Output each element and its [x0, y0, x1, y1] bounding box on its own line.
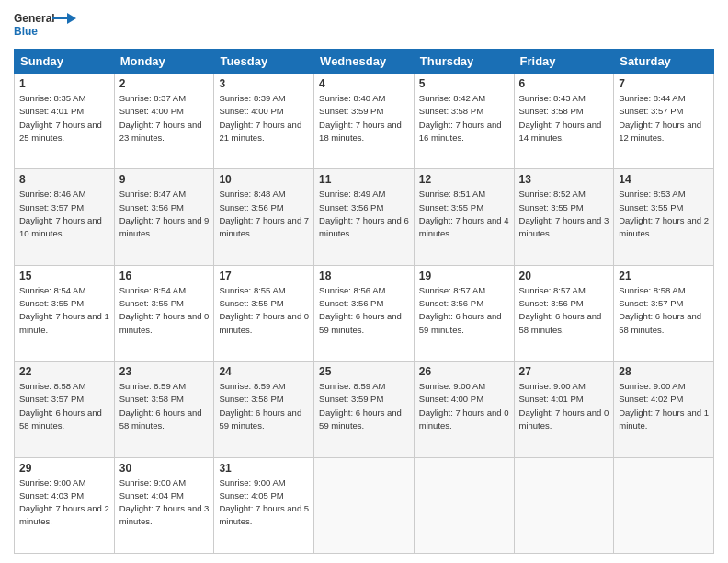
day-info: Sunrise: 8:39 AMSunset: 4:00 PMDaylight:… [219, 92, 309, 144]
day-cell: 24Sunrise: 8:59 AMSunset: 3:58 PMDayligh… [214, 362, 314, 457]
day-number: 28 [619, 365, 709, 378]
page: General Blue SundayMondayTuesdayWednesda… [0, 0, 728, 563]
day-info: Sunrise: 9:00 AMSunset: 4:03 PMDaylight:… [19, 477, 109, 529]
day-info: Sunrise: 8:44 AMSunset: 3:57 PMDaylight:… [619, 92, 709, 144]
day-info: Sunrise: 8:54 AMSunset: 3:55 PMDaylight:… [19, 284, 109, 337]
day-info: Sunrise: 8:40 AMSunset: 3:59 PMDaylight:… [319, 92, 409, 144]
day-cell: 11Sunrise: 8:49 AMSunset: 3:56 PMDayligh… [314, 169, 415, 265]
day-cell: 7Sunrise: 8:44 AMSunset: 3:57 PMDaylight… [614, 74, 714, 169]
day-cell: 9Sunrise: 8:47 AMSunset: 3:56 PMDaylight… [114, 169, 214, 265]
header: General Blue [14, 9, 714, 41]
day-number: 6 [519, 77, 609, 90]
day-cell: 16Sunrise: 8:54 AMSunset: 3:55 PMDayligh… [114, 265, 214, 361]
col-header-thursday: Thursday [414, 50, 514, 74]
col-header-monday: Monday [114, 50, 214, 74]
day-number: 23 [119, 365, 210, 378]
day-cell: 26Sunrise: 9:00 AMSunset: 4:00 PMDayligh… [414, 362, 514, 457]
day-number: 13 [519, 173, 609, 186]
day-cell: 20Sunrise: 8:57 AMSunset: 3:56 PMDayligh… [514, 265, 614, 361]
day-number: 11 [319, 173, 409, 186]
day-info: Sunrise: 8:37 AMSunset: 4:00 PMDaylight:… [119, 92, 210, 144]
day-info: Sunrise: 8:57 AMSunset: 3:56 PMDaylight:… [419, 284, 509, 337]
day-cell: 14Sunrise: 8:53 AMSunset: 3:55 PMDayligh… [614, 169, 714, 265]
day-number: 29 [19, 462, 109, 475]
day-number: 12 [419, 173, 509, 186]
day-cell: 28Sunrise: 9:00 AMSunset: 4:02 PMDayligh… [614, 362, 714, 457]
day-cell: 21Sunrise: 8:58 AMSunset: 3:57 PMDayligh… [614, 265, 714, 361]
day-number: 4 [319, 77, 409, 90]
day-number: 30 [119, 462, 210, 475]
day-info: Sunrise: 8:46 AMSunset: 3:57 PMDaylight:… [19, 188, 109, 240]
day-info: Sunrise: 9:00 AMSunset: 4:02 PMDaylight:… [619, 380, 709, 432]
day-cell [514, 457, 614, 553]
day-number: 16 [119, 270, 210, 282]
day-cell: 12Sunrise: 8:51 AMSunset: 3:55 PMDayligh… [414, 169, 514, 265]
day-number: 15 [19, 270, 109, 282]
day-cell: 15Sunrise: 8:54 AMSunset: 3:55 PMDayligh… [15, 265, 115, 361]
week-row-1: 1Sunrise: 8:35 AMSunset: 4:01 PMDaylight… [15, 74, 714, 169]
day-info: Sunrise: 8:56 AMSunset: 3:56 PMDaylight:… [319, 284, 409, 337]
day-number: 26 [419, 365, 509, 378]
day-cell: 25Sunrise: 8:59 AMSunset: 3:59 PMDayligh… [314, 362, 415, 457]
day-info: Sunrise: 8:53 AMSunset: 3:55 PMDaylight:… [619, 188, 709, 240]
day-number: 9 [119, 173, 210, 186]
header-row: SundayMondayTuesdayWednesdayThursdayFrid… [15, 50, 714, 74]
day-cell: 1Sunrise: 8:35 AMSunset: 4:01 PMDaylight… [15, 74, 115, 169]
day-number: 18 [319, 270, 409, 282]
day-info: Sunrise: 9:00 AMSunset: 4:05 PMDaylight:… [219, 477, 309, 529]
day-cell: 31Sunrise: 9:00 AMSunset: 4:05 PMDayligh… [214, 457, 314, 553]
day-number: 3 [219, 77, 309, 90]
week-row-5: 29Sunrise: 9:00 AMSunset: 4:03 PMDayligh… [15, 457, 714, 553]
day-cell: 29Sunrise: 9:00 AMSunset: 4:03 PMDayligh… [15, 457, 115, 553]
day-info: Sunrise: 8:35 AMSunset: 4:01 PMDaylight:… [19, 92, 109, 144]
day-info: Sunrise: 8:47 AMSunset: 3:56 PMDaylight:… [119, 188, 210, 240]
day-number: 22 [19, 365, 109, 378]
day-cell: 30Sunrise: 9:00 AMSunset: 4:04 PMDayligh… [114, 457, 214, 553]
day-info: Sunrise: 8:54 AMSunset: 3:55 PMDaylight:… [119, 284, 210, 337]
day-cell: 10Sunrise: 8:48 AMSunset: 3:56 PMDayligh… [214, 169, 314, 265]
day-number: 7 [619, 77, 709, 90]
day-info: Sunrise: 8:59 AMSunset: 3:58 PMDaylight:… [119, 380, 210, 432]
day-cell: 27Sunrise: 9:00 AMSunset: 4:01 PMDayligh… [514, 362, 614, 457]
day-cell [614, 457, 714, 553]
svg-text:General: General [14, 12, 55, 25]
day-info: Sunrise: 8:59 AMSunset: 3:59 PMDaylight:… [319, 380, 409, 432]
week-row-4: 22Sunrise: 8:58 AMSunset: 3:57 PMDayligh… [15, 362, 714, 457]
day-info: Sunrise: 9:00 AMSunset: 4:04 PMDaylight:… [119, 477, 210, 529]
day-cell: 13Sunrise: 8:52 AMSunset: 3:55 PMDayligh… [514, 169, 614, 265]
day-number: 19 [419, 270, 509, 282]
col-header-tuesday: Tuesday [214, 50, 314, 74]
day-info: Sunrise: 8:58 AMSunset: 3:57 PMDaylight:… [619, 284, 709, 337]
col-header-wednesday: Wednesday [314, 50, 415, 74]
day-cell: 8Sunrise: 8:46 AMSunset: 3:57 PMDaylight… [15, 169, 115, 265]
day-cell [314, 457, 415, 553]
day-number: 5 [419, 77, 509, 90]
day-cell: 4Sunrise: 8:40 AMSunset: 3:59 PMDaylight… [314, 74, 415, 169]
day-number: 20 [519, 270, 609, 282]
svg-marker-2 [67, 13, 76, 24]
day-number: 17 [219, 270, 309, 282]
day-cell: 2Sunrise: 8:37 AMSunset: 4:00 PMDaylight… [114, 74, 214, 169]
day-number: 31 [219, 462, 309, 475]
logo-svg: General Blue [14, 9, 78, 41]
col-header-saturday: Saturday [614, 50, 714, 74]
day-info: Sunrise: 8:55 AMSunset: 3:55 PMDaylight:… [219, 284, 309, 337]
day-info: Sunrise: 9:00 AMSunset: 4:01 PMDaylight:… [519, 380, 609, 432]
day-number: 25 [319, 365, 409, 378]
svg-text:Blue: Blue [14, 25, 38, 38]
day-cell: 23Sunrise: 8:59 AMSunset: 3:58 PMDayligh… [114, 362, 214, 457]
day-cell: 6Sunrise: 8:43 AMSunset: 3:58 PMDaylight… [514, 74, 614, 169]
day-number: 27 [519, 365, 609, 378]
day-info: Sunrise: 8:59 AMSunset: 3:58 PMDaylight:… [219, 380, 309, 432]
day-cell: 19Sunrise: 8:57 AMSunset: 3:56 PMDayligh… [414, 265, 514, 361]
col-header-friday: Friday [514, 50, 614, 74]
logo: General Blue [14, 9, 78, 41]
day-info: Sunrise: 8:58 AMSunset: 3:57 PMDaylight:… [19, 380, 109, 432]
day-cell: 3Sunrise: 8:39 AMSunset: 4:00 PMDaylight… [214, 74, 314, 169]
week-row-2: 8Sunrise: 8:46 AMSunset: 3:57 PMDaylight… [15, 169, 714, 265]
calendar-table: SundayMondayTuesdayWednesdayThursdayFrid… [14, 49, 714, 554]
week-row-3: 15Sunrise: 8:54 AMSunset: 3:55 PMDayligh… [15, 265, 714, 361]
day-number: 21 [619, 270, 709, 282]
day-info: Sunrise: 8:57 AMSunset: 3:56 PMDaylight:… [519, 284, 609, 337]
col-header-sunday: Sunday [15, 50, 115, 74]
